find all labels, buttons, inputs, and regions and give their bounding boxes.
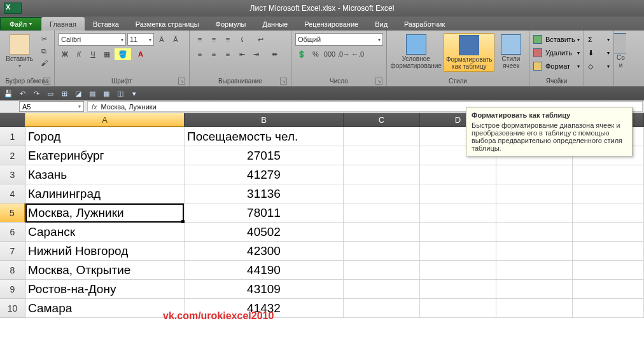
cell[interactable]: Москва, Открытие — [25, 261, 185, 280]
tab-file[interactable]: Файл▾ — [0, 17, 41, 31]
cell[interactable]: Москва, Лужники — [25, 203, 185, 223]
cell[interactable] — [420, 242, 496, 261]
sort-filter-button[interactable]: Со и — [617, 32, 625, 70]
wrap-text-button[interactable]: ↩ — [249, 34, 271, 45]
tab-review[interactable]: Рецензирование — [296, 17, 367, 31]
cut-button[interactable]: ✂ — [38, 33, 50, 45]
delete-cells-button[interactable]: Удалить▾ — [533, 46, 580, 59]
conditional-formatting-button[interactable]: Условное форматирование — [391, 33, 441, 71]
cell[interactable] — [344, 165, 420, 184]
tab-page-layout[interactable]: Разметка страницы — [127, 17, 207, 31]
qat-button-6[interactable]: ◫ — [115, 88, 126, 99]
bold-button[interactable]: Ж — [59, 48, 71, 60]
cell[interactable] — [573, 242, 644, 261]
cell[interactable] — [496, 299, 573, 318]
cell[interactable] — [344, 184, 420, 203]
increase-decimal-button[interactable]: .0→ — [337, 48, 350, 60]
cell[interactable] — [573, 165, 644, 184]
cell[interactable] — [573, 261, 644, 280]
qat-button-5[interactable]: ▦ — [101, 88, 112, 99]
cell[interactable]: Город — [25, 127, 185, 146]
dialog-launcher-icon[interactable]: ↘ — [280, 78, 287, 85]
cell[interactable] — [420, 299, 496, 318]
cell[interactable] — [420, 203, 496, 223]
paste-button[interactable]: Вставить ▾ — [4, 33, 35, 70]
increase-indent-button[interactable]: ⇥ — [249, 48, 262, 60]
cell[interactable]: 44190 — [185, 261, 344, 280]
copy-button[interactable]: ⧉ — [38, 45, 50, 57]
format-as-table-button[interactable]: Форматировать как таблицу — [444, 33, 494, 72]
qat-customize[interactable]: ▾ — [129, 88, 140, 99]
column-header-A[interactable]: A — [25, 113, 185, 127]
comma-style-button[interactable]: 000 — [323, 48, 336, 60]
cell[interactable]: Калининград — [25, 184, 185, 203]
merge-center-button[interactable]: ⬌ — [263, 48, 285, 60]
cell[interactable] — [496, 261, 573, 280]
cell[interactable] — [496, 223, 573, 242]
row-header[interactable]: 1 — [0, 127, 25, 146]
cell[interactable]: 43109 — [185, 280, 344, 299]
clear-button[interactable]: ◇ ▾ — [588, 60, 610, 72]
save-button[interactable]: 💾 — [3, 88, 14, 99]
format-cells-button[interactable]: Формат▾ — [533, 60, 580, 72]
insert-cells-button[interactable]: Вставить▾ — [533, 33, 580, 46]
format-painter-button[interactable]: 🖌 — [38, 57, 50, 69]
dialog-launcher-icon[interactable]: ↘ — [375, 78, 382, 85]
cell[interactable] — [420, 184, 496, 203]
tab-developer[interactable]: Разработчик — [396, 17, 453, 31]
undo-button[interactable]: ↶ — [17, 88, 28, 99]
cell[interactable]: 31136 — [185, 184, 344, 203]
underline-button[interactable]: Ч — [87, 48, 99, 60]
cell[interactable] — [420, 261, 496, 280]
cell[interactable] — [344, 280, 420, 299]
cell[interactable] — [344, 261, 420, 280]
align-right-button[interactable]: ≡ — [221, 48, 234, 60]
cell[interactable] — [344, 223, 420, 242]
cell[interactable] — [496, 203, 573, 223]
dialog-launcher-icon[interactable]: ↘ — [43, 78, 50, 85]
name-box[interactable]: A5▾ — [19, 101, 84, 112]
cell[interactable]: 42300 — [185, 242, 344, 261]
cell[interactable]: Посещаемость чел. — [185, 127, 344, 146]
font-color-button[interactable]: A — [132, 48, 149, 60]
decrease-decimal-button[interactable]: ←.0 — [351, 48, 364, 60]
row-header[interactable]: 2 — [0, 146, 25, 165]
column-header-B[interactable]: B — [185, 113, 344, 127]
cell[interactable] — [573, 223, 644, 242]
cell[interactable] — [420, 165, 496, 184]
cell[interactable]: Ростов-на-Дону — [25, 280, 185, 299]
redo-button[interactable]: ↷ — [31, 88, 42, 99]
cell[interactable] — [496, 280, 573, 299]
row-header[interactable]: 5 — [0, 203, 25, 223]
tab-data[interactable]: Данные — [254, 17, 296, 31]
tab-home[interactable]: Главная — [41, 17, 85, 31]
cell[interactable]: 27015 — [185, 146, 344, 165]
cell[interactable] — [344, 146, 420, 165]
qat-button-4[interactable]: ▤ — [87, 88, 98, 99]
cell[interactable]: Екатеринбург — [25, 146, 185, 165]
cell[interactable] — [573, 299, 644, 318]
cell[interactable] — [344, 299, 420, 318]
cell-styles-button[interactable]: Стили ячеек — [497, 33, 525, 71]
cell[interactable]: Саранск — [25, 223, 185, 242]
row-header[interactable]: 3 — [0, 165, 25, 184]
tab-insert[interactable]: Вставка — [85, 17, 127, 31]
number-format-combo[interactable]: Общий▾ — [295, 33, 383, 46]
borders-button[interactable]: ▦ — [101, 48, 113, 60]
row-header[interactable]: 7 — [0, 242, 25, 261]
select-all-button[interactable] — [0, 113, 25, 127]
cell[interactable]: Самара — [25, 299, 185, 318]
cell[interactable] — [496, 165, 573, 184]
cell[interactable] — [573, 203, 644, 223]
row-header[interactable]: 4 — [0, 184, 25, 203]
cell[interactable]: 78011 — [185, 203, 344, 223]
row-header[interactable]: 8 — [0, 261, 25, 280]
row-header[interactable]: 6 — [0, 223, 25, 242]
percent-button[interactable]: % — [309, 48, 322, 60]
cell[interactable]: 40502 — [185, 223, 344, 242]
cell[interactable] — [496, 242, 573, 261]
font-name-combo[interactable]: Calibri▾ — [59, 33, 126, 46]
orientation-button[interactable]: ⤹ — [235, 34, 248, 45]
cell[interactable] — [420, 280, 496, 299]
fill-button[interactable]: ⬇ ▾ — [588, 46, 610, 59]
